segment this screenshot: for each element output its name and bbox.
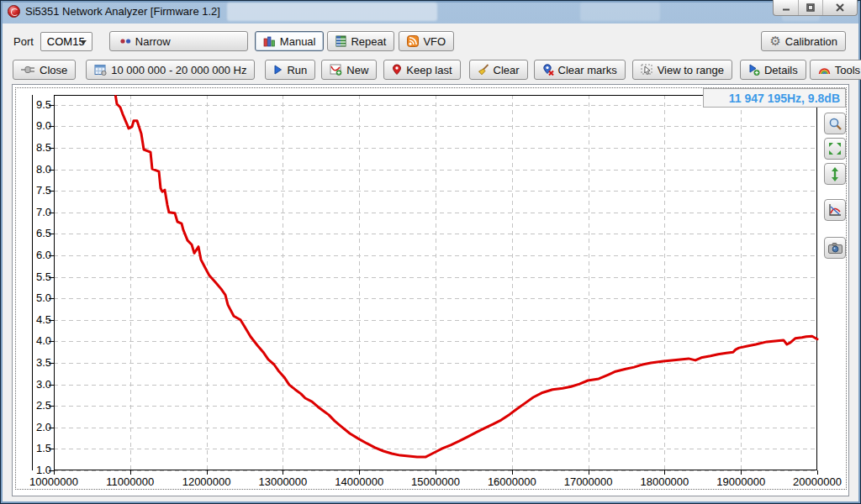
range-settings-icon: [94, 64, 107, 76]
new-label: New: [346, 64, 368, 76]
select-range-icon: [641, 64, 653, 76]
client-area: Port COM15 Narrow Manual: [3, 24, 858, 501]
manual-mode-button[interactable]: Manual: [255, 31, 325, 51]
chart-panel: 9.59.08.58.07.57.06.56.05.55.04.54.03.53…: [12, 84, 849, 496]
x-tick-label: 14000000: [325, 475, 393, 488]
y-tick-label: 4.5: [26, 313, 51, 326]
y-tick-label: 6.0: [26, 249, 51, 261]
repeat-label: Repeat: [351, 35, 386, 48]
y-tick-label: 8.0: [26, 163, 51, 176]
minimize-button[interactable]: [774, 0, 798, 15]
y-tick-label: 4.0: [26, 334, 51, 347]
y-tick-label: 9.5: [26, 98, 51, 111]
app-window: Si5351 Network Analyzer [Firmware 1.2] P…: [0, 0, 861, 504]
y-tick-label: 9.0: [26, 119, 51, 132]
keep-last-button[interactable]: Keep last: [383, 60, 460, 80]
new-chart-icon: [330, 64, 342, 76]
narrow-label: Narrow: [135, 35, 171, 48]
snapshot-button[interactable]: [824, 237, 846, 259]
gear-icon: ⚙: [769, 35, 780, 48]
close-port-label: Close: [40, 64, 67, 76]
bar-chart-icon: [263, 35, 276, 47]
view-to-range-button[interactable]: View to range: [632, 60, 732, 80]
tools-label: Tools: [835, 64, 860, 76]
titlebar-reflection: [580, 3, 660, 21]
clear-label: Clear: [494, 64, 520, 76]
clear-marks-button[interactable]: Clear marks: [534, 60, 626, 80]
minimize-icon: [781, 3, 791, 13]
titlebar-reflection: [227, 3, 437, 21]
narrow-button[interactable]: Narrow: [109, 31, 248, 51]
y-tick-label: 5.0: [26, 291, 51, 304]
vfo-label: VFO: [423, 35, 446, 48]
magnifier-icon: [828, 117, 843, 131]
y-tick-label: 2.0: [26, 421, 51, 433]
maximize-button[interactable]: [798, 0, 822, 15]
close-button[interactable]: [822, 0, 857, 15]
keep-last-label: Keep last: [406, 64, 452, 76]
graph-icon: [828, 203, 842, 217]
expand-arrows-icon: [828, 142, 842, 155]
x-tick-label: 11000000: [97, 475, 164, 488]
x-tick-label: 19000000: [707, 475, 774, 488]
plug-icon: [21, 65, 35, 75]
maximize-icon: [806, 3, 816, 13]
pin-icon: [392, 64, 402, 76]
port-combobox[interactable]: COM15: [40, 32, 92, 51]
manual-label: Manual: [280, 35, 316, 48]
calibration-label: Calibration: [785, 35, 837, 48]
frequency-range-label: 10 000 000 - 20 000 000 Hz: [111, 64, 246, 76]
x-tick-label: 17000000: [555, 475, 622, 488]
y-tick-label: 3.0: [26, 378, 51, 391]
y-tick-label: 3.5: [26, 356, 51, 369]
measurement-plot[interactable]: [13, 85, 848, 496]
caption-button-group: [773, 0, 858, 16]
title-bar[interactable]: Si5351 Network Analyzer [Firmware 1.2]: [0, 0, 861, 24]
rss-feed-icon: [407, 35, 419, 47]
run-button[interactable]: Run: [265, 60, 315, 80]
window-title: Si5351 Network Analyzer [Firmware 1.2]: [25, 5, 220, 18]
x-tick-label: 18000000: [631, 475, 698, 488]
run-label: Run: [287, 64, 307, 76]
play-plus-icon: [748, 64, 760, 76]
zoom-tool-button[interactable]: [824, 113, 846, 134]
toolbar-row-1: Port COM15 Narrow Manual: [3, 30, 858, 52]
calibration-button[interactable]: ⚙ Calibration: [761, 31, 846, 51]
x-tick-label: 16000000: [478, 475, 546, 488]
y-tick-label: 1.5: [26, 442, 51, 454]
x-tick-label: 20000000: [784, 475, 851, 488]
film-strip-icon: [335, 35, 346, 47]
y-tick-label: 8.5: [26, 141, 51, 154]
close-icon: [835, 3, 845, 13]
details-label: Details: [764, 64, 798, 76]
play-icon: [273, 65, 283, 75]
clear-button[interactable]: Clear: [469, 60, 528, 80]
app-icon: [8, 5, 20, 18]
close-port-button[interactable]: Close: [13, 60, 76, 80]
y-tick-label: 2.5: [26, 399, 51, 412]
vfo-mode-button[interactable]: VFO: [399, 31, 454, 51]
details-button[interactable]: Details: [740, 60, 806, 80]
y-tick-label: 5.5: [26, 270, 51, 283]
y-tick-label: 1.0: [26, 464, 51, 476]
clear-marks-label: Clear marks: [558, 64, 617, 76]
y-tick-label: 7.5: [26, 184, 51, 197]
frequency-range-button[interactable]: 10 000 000 - 20 000 000 Hz: [86, 60, 255, 80]
toolbar-row-2: Close 10 000 000 - 20 000 000 Hz Run New: [3, 59, 858, 81]
rainbow-icon: [818, 65, 831, 75]
repeat-mode-button[interactable]: Repeat: [327, 31, 394, 51]
x-tick-label: 13000000: [249, 475, 316, 488]
new-button[interactable]: New: [321, 60, 377, 80]
view-to-range-label: View to range: [658, 64, 724, 76]
fit-vertical-button[interactable]: [824, 163, 846, 185]
bandwidth-dots-icon: [120, 38, 131, 45]
chevron-down-icon: [80, 40, 87, 45]
tools-button[interactable]: Tools: [810, 60, 861, 80]
y-tick-label: 7.0: [26, 206, 51, 218]
camera-icon: [828, 243, 843, 254]
x-tick-label: 10000000: [20, 475, 87, 488]
cursor-readout: 11 947 195Hz, 9.8dB: [703, 88, 846, 108]
y-tick-label: 6.5: [26, 227, 51, 239]
fit-view-button[interactable]: [824, 138, 846, 160]
graph-options-button[interactable]: [824, 199, 846, 221]
